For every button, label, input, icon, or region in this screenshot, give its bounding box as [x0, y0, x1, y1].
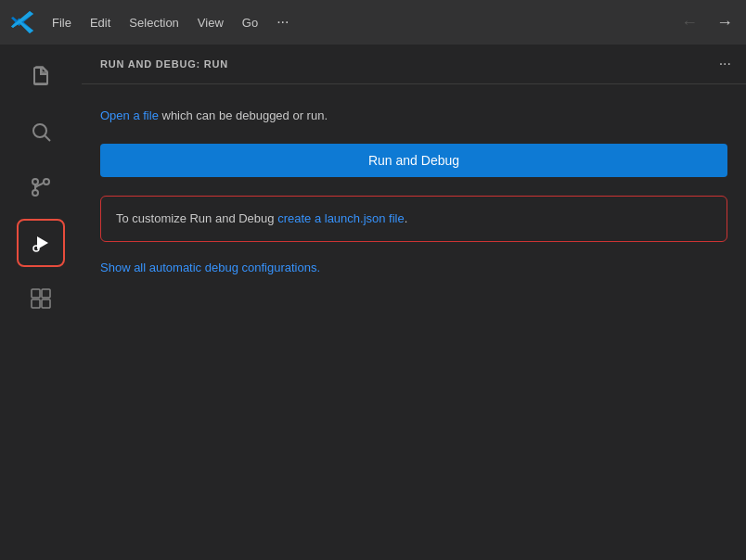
svg-rect-10: [42, 289, 50, 298]
source-control-activity-icon[interactable]: [17, 163, 65, 211]
forward-button[interactable]: →: [711, 11, 739, 34]
svg-point-4: [32, 190, 38, 196]
sidebar-panel: RUN AND DEBUG: RUN ··· Open a file which…: [82, 45, 746, 560]
svg-line-2: [45, 136, 51, 142]
main-layout: RUN AND DEBUG: RUN ··· Open a file which…: [0, 45, 746, 560]
sidebar-more-button[interactable]: ···: [719, 56, 731, 72]
menu-file[interactable]: File: [45, 12, 79, 33]
svg-point-3: [32, 179, 38, 185]
customize-suffix-text: .: [405, 211, 408, 225]
extensions-activity-icon[interactable]: [17, 274, 65, 323]
window-navigation: ← →: [675, 11, 739, 34]
sidebar-content: Open a file which can be debugged or run…: [82, 84, 746, 297]
customize-prefix-text: To customize Run and Debug: [116, 211, 277, 225]
customize-launch-box: To customize Run and Debug create a laun…: [100, 196, 727, 243]
sidebar-title: RUN AND DEBUG: RUN: [100, 58, 228, 70]
create-launch-json-link[interactable]: create a launch.json file: [277, 211, 405, 225]
show-debug-configs-link[interactable]: Show all automatic debug configurations.: [100, 261, 727, 274]
back-button[interactable]: ←: [675, 11, 703, 34]
open-file-suffix-text: which can be debugged or run.: [159, 108, 328, 122]
open-file-description: Open a file which can be debugged or run…: [100, 107, 727, 125]
menu-more[interactable]: ···: [269, 10, 296, 34]
menu-selection[interactable]: Selection: [122, 12, 186, 33]
svg-point-1: [33, 124, 46, 137]
svg-rect-9: [32, 289, 40, 298]
run-debug-activity-icon[interactable]: [17, 219, 65, 267]
activity-bar: [0, 45, 82, 560]
svg-rect-12: [42, 299, 50, 308]
menu-edit[interactable]: Edit: [83, 12, 118, 33]
files-icon[interactable]: [17, 52, 65, 100]
vscode-logo-icon: [7, 7, 37, 37]
svg-rect-11: [32, 299, 40, 308]
open-file-link[interactable]: Open a file: [100, 108, 159, 122]
title-bar: File Edit Selection View Go ··· ← →: [0, 0, 746, 45]
menu-go[interactable]: Go: [235, 12, 265, 33]
menu-bar: File Edit Selection View Go ···: [45, 10, 675, 34]
menu-view[interactable]: View: [190, 12, 231, 33]
sidebar-header: RUN AND DEBUG: RUN ···: [82, 45, 746, 84]
search-activity-icon[interactable]: [17, 108, 65, 156]
run-and-debug-button[interactable]: Run and Debug: [100, 144, 727, 177]
